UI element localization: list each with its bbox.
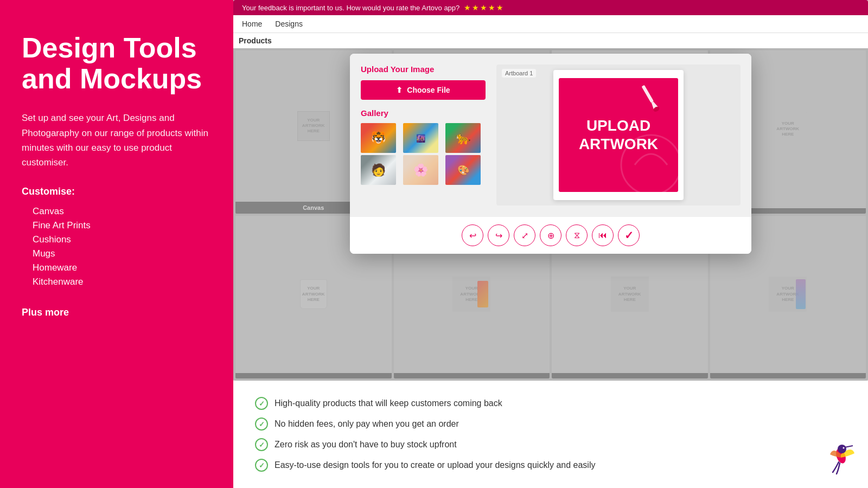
gallery-leopard[interactable]: 🐆 — [445, 123, 481, 153]
modal-top: Upload Your Image ⬆ Choose File Gallery … — [350, 54, 751, 216]
logo-area — [825, 432, 857, 477]
artboard-panel: Artboard 1 — [496, 65, 741, 206]
paintbrush-icon — [629, 78, 673, 122]
svg-point-7 — [843, 447, 845, 449]
man-emoji: 🧑 — [371, 163, 386, 177]
right-panel: Your feedback is important to us. How wo… — [233, 0, 868, 488]
check-icon-4: ✓ — [255, 459, 268, 472]
gallery-title: Gallery — [361, 108, 486, 118]
design-modal: Upload Your Image ⬆ Choose File Gallery … — [350, 54, 751, 254]
svg-rect-0 — [641, 85, 654, 103]
zoom-in-button[interactable]: ⊕ — [540, 224, 561, 246]
customise-list: Canvas Fine Art Prints Cushions Mugs Hom… — [22, 206, 212, 291]
artboard-label: Artboard 1 — [502, 69, 536, 78]
transform-button[interactable]: ⧖ — [566, 224, 588, 246]
bottom-info: ✓ High-quality products that will keep c… — [233, 381, 868, 488]
hummingbird-logo — [825, 432, 857, 475]
undo-button[interactable]: ↩ — [462, 224, 483, 246]
upload-panel: Upload Your Image ⬆ Choose File Gallery … — [361, 65, 486, 206]
customise-label: Customise: — [22, 186, 212, 197]
gallery-tiger[interactable]: 🐯 — [361, 123, 396, 153]
feature-text-2: No hidden fees, only pay when you get an… — [275, 419, 459, 429]
hero-title: Design Tools and Mockups — [22, 33, 212, 94]
app-main: YOURARTWORKHERE Canvas YOURARTWORKHERE — [233, 48, 868, 381]
gallery-city[interactable]: 🌆 — [403, 123, 438, 153]
list-item-homeware: Homeware — [33, 262, 212, 273]
feature-text-4: Easy-to-use design tools for you to crea… — [275, 460, 595, 470]
flowers-emoji: 🌸 — [413, 163, 428, 177]
abstract-label: 🎨 — [457, 164, 469, 176]
products-header: Products — [233, 33, 868, 48]
feature-text-1: High-quality products that will keep cus… — [275, 399, 502, 408]
modal-toolbar: ↩ ↪ ⤢ ⊕ ⧖ ⏮ ✓ — [350, 216, 751, 254]
plus-more-label: Plus more — [22, 307, 212, 318]
list-item-kitchenware: Kitchenware — [33, 277, 212, 287]
feedback-text: Your feedback is important to us. How wo… — [242, 4, 459, 12]
list-item-fine-art: Fine Art Prints — [33, 220, 212, 231]
app-nav: Home Designs — [233, 15, 868, 33]
artboard-canvas: UPLOAD ARTWORK — [553, 70, 684, 200]
artboard-artwork: UPLOAD ARTWORK — [559, 78, 678, 192]
nav-designs[interactable]: Designs — [275, 20, 303, 28]
list-item-canvas: Canvas — [33, 206, 212, 217]
hero-description: Set up and see your Art, Designs and Pho… — [22, 111, 212, 170]
artboard-text: UPLOAD ARTWORK — [579, 117, 658, 153]
gallery-flowers[interactable]: 🌸 — [403, 155, 438, 185]
gallery-man[interactable]: 🧑 — [361, 155, 396, 185]
app-screenshot: Your feedback is important to us. How wo… — [233, 0, 868, 381]
choose-file-label: Choose File — [407, 86, 450, 94]
svg-point-5 — [838, 445, 846, 453]
app-window: Your feedback is important to us. How wo… — [233, 0, 868, 381]
check-icon-2: ✓ — [255, 418, 268, 431]
upload-title: Upload Your Image — [361, 65, 486, 74]
nav-home[interactable]: Home — [242, 20, 262, 28]
feature-item-3: ✓ Zero risk as you don't have to buy sto… — [255, 438, 846, 451]
redo-button[interactable]: ↪ — [488, 224, 509, 246]
feedback-bar: Your feedback is important to us. How wo… — [233, 0, 868, 15]
gallery-abstract[interactable]: 🎨 — [445, 155, 481, 185]
confirm-button[interactable]: ✓ — [618, 224, 640, 246]
feature-item-1: ✓ High-quality products that will keep c… — [255, 397, 846, 410]
gallery-grid: 🐯 🌆 🐆 🧑 — [361, 123, 486, 185]
check-icon-3: ✓ — [255, 438, 268, 451]
choose-file-button[interactable]: ⬆ Choose File — [361, 80, 486, 100]
feature-text-3: Zero risk as you don't have to buy stock… — [275, 440, 457, 450]
feature-item-2: ✓ No hidden fees, only pay when you get … — [255, 418, 846, 431]
check-icon-1: ✓ — [255, 397, 268, 410]
tiger-emoji: 🐯 — [371, 131, 386, 145]
reset-button[interactable]: ⏮ — [592, 224, 614, 246]
upload-icon: ⬆ — [396, 86, 403, 94]
modal-overlay: Upload Your Image ⬆ Choose File Gallery … — [233, 48, 868, 381]
leopard-emoji: 🐆 — [456, 131, 470, 145]
city-label: 🌆 — [416, 134, 425, 143]
expand-button[interactable]: ⤢ — [514, 224, 535, 246]
list-item-cushions: Cushions — [33, 234, 212, 245]
feature-item-4: ✓ Easy-to-use design tools for you to cr… — [255, 459, 846, 472]
list-item-mugs: Mugs — [33, 248, 212, 259]
star-rating: ★★★★★ — [464, 3, 505, 12]
left-panel: Design Tools and Mockups Set up and see … — [0, 0, 233, 488]
